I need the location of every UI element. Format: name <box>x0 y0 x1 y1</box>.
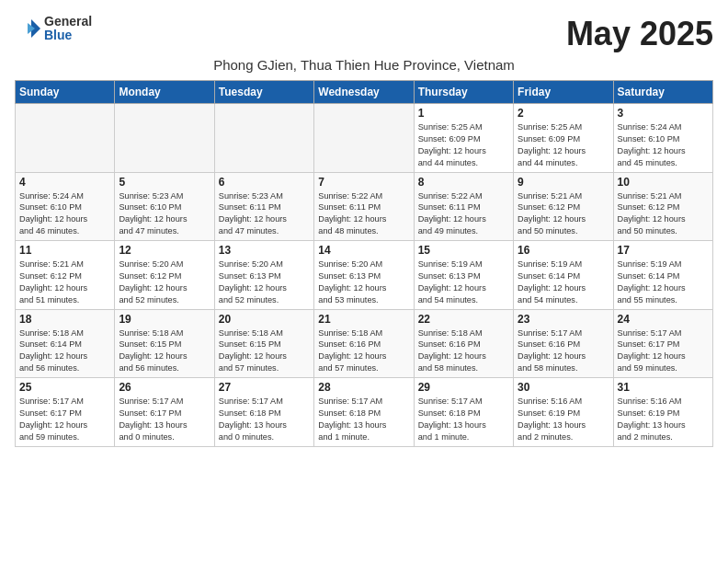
calendar-cell: 14Sunrise: 5:20 AM Sunset: 6:13 PM Dayli… <box>314 241 414 310</box>
calendar-cell: 3Sunrise: 5:24 AM Sunset: 6:10 PM Daylig… <box>613 104 712 173</box>
day-info: Sunrise: 5:19 AM Sunset: 6:14 PM Dayligh… <box>618 259 709 306</box>
day-info: Sunrise: 5:16 AM Sunset: 6:19 PM Dayligh… <box>518 396 609 443</box>
page-header: General Blue May 2025 <box>15 15 713 53</box>
calendar-cell: 29Sunrise: 5:17 AM Sunset: 6:18 PM Dayli… <box>414 378 513 447</box>
calendar-cell: 13Sunrise: 5:20 AM Sunset: 6:13 PM Dayli… <box>214 241 313 310</box>
day-info: Sunrise: 5:16 AM Sunset: 6:19 PM Dayligh… <box>618 396 709 443</box>
calendar-cell: 20Sunrise: 5:18 AM Sunset: 6:15 PM Dayli… <box>214 309 313 378</box>
calendar-cell: 15Sunrise: 5:19 AM Sunset: 6:13 PM Dayli… <box>414 241 513 310</box>
day-info: Sunrise: 5:24 AM Sunset: 6:10 PM Dayligh… <box>19 190 110 238</box>
calendar-cell: 23Sunrise: 5:17 AM Sunset: 6:16 PM Dayli… <box>514 309 613 378</box>
calendar-cell <box>314 104 414 173</box>
weekday-header-thursday: Thursday <box>414 81 513 104</box>
calendar-cell: 5Sunrise: 5:23 AM Sunset: 6:10 PM Daylig… <box>115 172 214 241</box>
calendar-cell: 7Sunrise: 5:22 AM Sunset: 6:11 PM Daylig… <box>314 172 414 241</box>
day-number: 14 <box>318 244 409 257</box>
calendar-week-2: 4Sunrise: 5:24 AM Sunset: 6:10 PM Daylig… <box>16 172 713 241</box>
day-number: 2 <box>518 107 609 120</box>
day-number: 28 <box>318 381 409 394</box>
calendar-cell: 4Sunrise: 5:24 AM Sunset: 6:10 PM Daylig… <box>16 172 115 241</box>
day-info: Sunrise: 5:20 AM Sunset: 6:13 PM Dayligh… <box>318 259 409 306</box>
day-number: 25 <box>19 381 110 394</box>
calendar-cell: 18Sunrise: 5:18 AM Sunset: 6:14 PM Dayli… <box>16 309 115 378</box>
logo: General Blue <box>15 15 92 43</box>
calendar-week-5: 25Sunrise: 5:17 AM Sunset: 6:17 PM Dayli… <box>16 378 713 447</box>
day-number: 19 <box>119 313 210 326</box>
day-number: 15 <box>418 244 509 257</box>
day-info: Sunrise: 5:18 AM Sunset: 6:15 PM Dayligh… <box>219 327 310 375</box>
location-subtitle: Phong GJien, Thua Thien Hue Province, Vi… <box>15 57 713 73</box>
weekday-header-tuesday: Tuesday <box>214 81 313 104</box>
calendar-cell: 8Sunrise: 5:22 AM Sunset: 6:11 PM Daylig… <box>414 172 513 241</box>
day-info: Sunrise: 5:17 AM Sunset: 6:17 PM Dayligh… <box>19 396 110 443</box>
day-info: Sunrise: 5:20 AM Sunset: 6:13 PM Dayligh… <box>219 259 310 306</box>
day-info: Sunrise: 5:17 AM Sunset: 6:17 PM Dayligh… <box>119 396 210 443</box>
logo-general-label: General <box>44 15 92 29</box>
day-info: Sunrise: 5:24 AM Sunset: 6:10 PM Dayligh… <box>618 121 709 169</box>
day-info: Sunrise: 5:17 AM Sunset: 6:18 PM Dayligh… <box>219 396 310 443</box>
logo-text: General Blue <box>44 15 92 43</box>
weekday-header-wednesday: Wednesday <box>314 81 414 104</box>
calendar-cell <box>214 104 313 173</box>
day-info: Sunrise: 5:19 AM Sunset: 6:14 PM Dayligh… <box>518 259 609 306</box>
day-number: 11 <box>19 244 110 257</box>
day-number: 8 <box>418 176 509 189</box>
day-info: Sunrise: 5:25 AM Sunset: 6:09 PM Dayligh… <box>518 121 609 169</box>
day-info: Sunrise: 5:18 AM Sunset: 6:14 PM Dayligh… <box>19 327 110 375</box>
weekday-header-monday: Monday <box>115 81 214 104</box>
day-number: 3 <box>618 107 709 120</box>
logo-icon <box>15 16 40 41</box>
calendar-week-4: 18Sunrise: 5:18 AM Sunset: 6:14 PM Dayli… <box>16 309 713 378</box>
calendar-cell <box>16 104 115 173</box>
day-number: 17 <box>618 244 709 257</box>
day-info: Sunrise: 5:23 AM Sunset: 6:10 PM Dayligh… <box>119 190 210 238</box>
day-info: Sunrise: 5:17 AM Sunset: 6:18 PM Dayligh… <box>318 396 409 443</box>
calendar-cell: 10Sunrise: 5:21 AM Sunset: 6:12 PM Dayli… <box>613 172 712 241</box>
calendar-cell: 11Sunrise: 5:21 AM Sunset: 6:12 PM Dayli… <box>16 241 115 310</box>
calendar-cell: 9Sunrise: 5:21 AM Sunset: 6:12 PM Daylig… <box>514 172 613 241</box>
calendar-cell: 31Sunrise: 5:16 AM Sunset: 6:19 PM Dayli… <box>613 378 712 447</box>
day-number: 16 <box>518 244 609 257</box>
day-info: Sunrise: 5:20 AM Sunset: 6:12 PM Dayligh… <box>119 259 210 306</box>
day-number: 31 <box>618 381 709 394</box>
calendar-cell: 16Sunrise: 5:19 AM Sunset: 6:14 PM Dayli… <box>514 241 613 310</box>
calendar-cell: 2Sunrise: 5:25 AM Sunset: 6:09 PM Daylig… <box>514 104 613 173</box>
calendar-cell: 22Sunrise: 5:18 AM Sunset: 6:16 PM Dayli… <box>414 309 513 378</box>
day-info: Sunrise: 5:23 AM Sunset: 6:11 PM Dayligh… <box>219 190 310 238</box>
day-info: Sunrise: 5:19 AM Sunset: 6:13 PM Dayligh… <box>418 259 509 306</box>
calendar-cell <box>115 104 214 173</box>
weekday-header-sunday: Sunday <box>16 81 115 104</box>
day-info: Sunrise: 5:17 AM Sunset: 6:17 PM Dayligh… <box>618 327 709 375</box>
day-info: Sunrise: 5:17 AM Sunset: 6:16 PM Dayligh… <box>518 327 609 375</box>
day-info: Sunrise: 5:22 AM Sunset: 6:11 PM Dayligh… <box>318 190 409 238</box>
day-info: Sunrise: 5:21 AM Sunset: 6:12 PM Dayligh… <box>618 190 709 238</box>
weekday-header-friday: Friday <box>514 81 613 104</box>
day-info: Sunrise: 5:21 AM Sunset: 6:12 PM Dayligh… <box>19 259 110 306</box>
logo-blue-label: Blue <box>44 29 92 42</box>
day-number: 12 <box>119 244 210 257</box>
calendar-cell: 6Sunrise: 5:23 AM Sunset: 6:11 PM Daylig… <box>214 172 313 241</box>
day-info: Sunrise: 5:18 AM Sunset: 6:16 PM Dayligh… <box>318 327 409 375</box>
calendar-cell: 26Sunrise: 5:17 AM Sunset: 6:17 PM Dayli… <box>115 378 214 447</box>
day-info: Sunrise: 5:22 AM Sunset: 6:11 PM Dayligh… <box>418 190 509 238</box>
day-number: 20 <box>219 313 310 326</box>
calendar-cell: 28Sunrise: 5:17 AM Sunset: 6:18 PM Dayli… <box>314 378 414 447</box>
day-number: 13 <box>219 244 310 257</box>
day-number: 4 <box>19 176 110 189</box>
day-number: 6 <box>219 176 310 189</box>
day-number: 9 <box>518 176 609 189</box>
day-number: 1 <box>418 107 509 120</box>
day-info: Sunrise: 5:18 AM Sunset: 6:15 PM Dayligh… <box>119 327 210 375</box>
calendar-cell: 30Sunrise: 5:16 AM Sunset: 6:19 PM Dayli… <box>514 378 613 447</box>
day-number: 27 <box>219 381 310 394</box>
day-info: Sunrise: 5:25 AM Sunset: 6:09 PM Dayligh… <box>418 121 509 169</box>
calendar-cell: 27Sunrise: 5:17 AM Sunset: 6:18 PM Dayli… <box>214 378 313 447</box>
day-number: 23 <box>518 313 609 326</box>
weekday-header-saturday: Saturday <box>613 81 712 104</box>
calendar-cell: 17Sunrise: 5:19 AM Sunset: 6:14 PM Dayli… <box>613 241 712 310</box>
day-number: 30 <box>518 381 609 394</box>
day-info: Sunrise: 5:18 AM Sunset: 6:16 PM Dayligh… <box>418 327 509 375</box>
day-number: 5 <box>119 176 210 189</box>
month-year-title: May 2025 <box>566 15 713 53</box>
day-number: 18 <box>19 313 110 326</box>
